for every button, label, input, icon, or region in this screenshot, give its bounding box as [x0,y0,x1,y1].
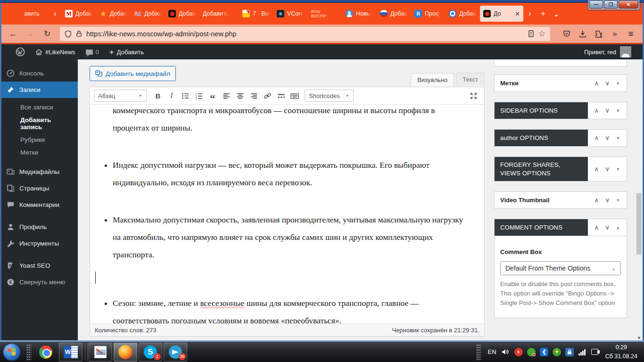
toggle-panel-icon[interactable]: ▼ [616,81,620,86]
move-up-icon[interactable]: ∧ [594,107,599,114]
taskbar-telegram-button[interactable]: 36 [164,343,187,362]
network-plug-icon[interactable] [591,348,599,356]
sidebar-item-all-posts[interactable]: Все записи [1,101,78,114]
url-text[interactable]: https://like-news.moscow/wp-admin/post-n… [86,30,524,38]
url-bar[interactable]: https://like-news.moscow/wp-admin/post-n… [60,27,550,41]
browser-tab[interactable]: ИскуВОСПР [308,6,342,22]
add-media-button[interactable]: Добавить медиафайл [90,66,176,81]
shortcodes-dropdown[interactable]: Shortcodes ▼ [305,90,354,102]
taskbar-skype-button[interactable]: S 1 [139,343,162,362]
pocket-icon[interactable] [560,27,574,41]
toolbar-toggle-keyboard-button[interactable] [289,90,301,102]
taskbar-paint-button[interactable] [89,343,112,362]
tab-text[interactable]: Текст [456,73,485,85]
sidebar-item-media[interactable]: Медиафайлы [1,164,78,180]
tracking-shield-icon[interactable] [65,30,72,38]
browser-tab-active[interactable]: До ✕ [480,6,523,22]
move-up-icon[interactable]: ∧ [594,197,599,204]
sidebar-item-yoast[interactable]: y Yoast SEO [1,257,78,274]
browser-tab[interactable]: Новы [342,6,377,22]
tab-close-icon[interactable]: ✕ [515,10,520,17]
metabox-title[interactable]: Video Thumbnail [495,192,588,208]
bookmark-star-icon[interactable]: ☆ [538,29,545,39]
volume-icon[interactable] [502,348,510,356]
reader-mode-icon[interactable] [528,30,534,37]
sidebar-item-dashboard[interactable]: Консоль [1,65,78,82]
move-down-icon[interactable]: ∨ [605,107,610,114]
signal-bars-icon[interactable] [578,348,586,356]
taskbar-word-button[interactable]: W [59,343,83,362]
scroll-tabs-left-button[interactable]: ‹ [49,9,62,18]
comment-box-select[interactable]: Default From Theme Options ⌄ [500,261,621,275]
read-more-tag-button[interactable] [275,90,287,102]
italic-button[interactable]: I [165,90,178,102]
browser-tab[interactable]: Добав [446,6,480,22]
metabox-title[interactable]: author OPTIONS [495,130,588,146]
metabox-title[interactable]: Метки [495,75,588,91]
browser-tab-clipped[interactable]: авить [24,10,46,17]
toggle-panel-icon[interactable]: ▼ [616,167,620,172]
align-right-button[interactable] [248,90,260,102]
move-down-icon[interactable]: ∨ [605,197,610,204]
minimize-button[interactable]: — [589,0,603,8]
scrollbar-down-icon[interactable]: ▼ [636,336,643,340]
sidebar-item-add-post[interactable]: Добавить запись [1,114,78,133]
sidebar-item-collapse-menu[interactable]: Свернуть меню [1,274,78,290]
site-name-link[interactable]: #LikeNews [35,49,75,56]
numbered-list-button[interactable]: 123 [193,90,205,102]
tray-lock-icon[interactable] [565,348,574,356]
bold-button[interactable]: B [152,90,164,102]
scrollbar-thumb[interactable] [636,193,642,255]
tray-red-app-icon[interactable]: 6 [514,348,523,356]
tab-visual[interactable]: Визуально [411,73,454,86]
move-up-icon[interactable]: ∧ [594,224,599,231]
fullscreen-button[interactable] [467,90,479,102]
reload-icon[interactable]: ↻ [40,27,54,41]
move-up-icon[interactable]: ∧ [594,134,599,141]
back-icon[interactable]: ← [6,27,20,41]
sidebar-item-comments[interactable]: Комментарии [1,197,78,213]
clock[interactable]: 0:29 Сб 31.08.24 [605,343,637,360]
browser-tab[interactable]: 7 · Вхо [239,6,273,22]
sidebar-item-posts[interactable]: Записи [1,82,78,98]
start-button[interactable] [3,343,21,361]
blockquote-button[interactable]: “ [206,90,219,102]
close-button[interactable]: ✕ [619,0,638,8]
browser-tab[interactable]: Добав [165,6,199,22]
new-tab-button[interactable]: + [537,9,550,18]
toggle-panel-icon[interactable]: ▼ [616,136,620,140]
browser-tab[interactable]: M Добав [62,6,96,22]
toggle-panel-icon[interactable]: ▼ [616,108,620,113]
browser-tab[interactable]: Добав [377,6,411,22]
move-down-icon[interactable]: ∨ [605,165,610,173]
browser-tab[interactable]: ⚛ VCore [273,6,308,22]
sidebar-item-tags[interactable]: Метки [1,146,78,159]
insert-link-button[interactable] [261,90,273,102]
paragraph-format-dropdown[interactable]: Абзац ▼ [94,90,147,102]
metabox-title[interactable]: FORGERY SHARES, VIEWS OPTIONS [495,157,588,181]
align-left-button[interactable] [220,90,232,102]
move-up-icon[interactable]: ∧ [594,165,599,173]
extensions-puzzle-icon[interactable] [592,27,606,41]
metabox-title[interactable]: SIDEBAR OPTIONS [495,102,588,119]
scroll-tabs-right-button[interactable]: › [523,9,537,18]
comments-indicator[interactable]: 0 [86,49,99,56]
taskbar-firefox-button[interactable] [114,343,137,362]
overflow-chevrons-icon[interactable]: » [608,27,622,41]
browser-scrollbar[interactable]: ▲ ▼ [636,44,643,342]
move-down-icon[interactable]: ∨ [605,80,610,87]
browser-tab[interactable]: ЯД Добав [131,6,165,22]
editor-content[interactable]: коммерческого транспорта и микроавтобусо… [90,105,484,323]
metabox-title[interactable]: COMMENT OPTIONS [495,219,588,236]
language-indicator[interactable]: EN [488,348,496,355]
move-down-icon[interactable]: ∨ [605,134,610,141]
browser-tab[interactable]: ★ Добав [96,6,131,22]
menu-hamburger-icon[interactable]: ≡ [624,27,638,41]
tray-antivirus-icon[interactable] [527,348,536,356]
browser-tab[interactable]: R Проф [411,6,446,22]
tray-green-star-icon[interactable]: ✚ [553,348,561,356]
sidebar-item-pages[interactable]: Страницы [1,180,78,197]
forward-icon[interactable]: → [23,27,37,41]
wordpress-logo-icon[interactable] [16,47,25,57]
sidebar-item-categories[interactable]: Рубрики [1,133,78,146]
